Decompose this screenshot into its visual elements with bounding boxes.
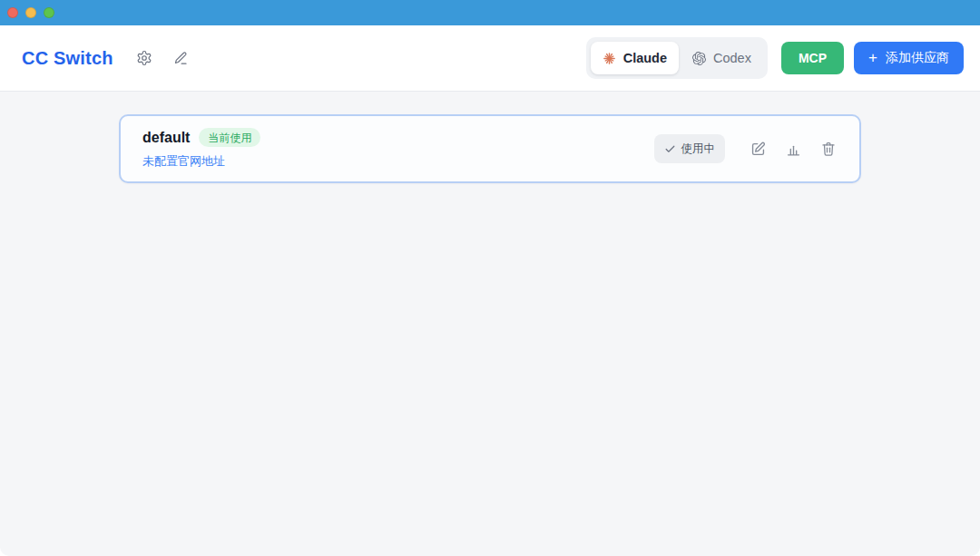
- pencil-square-icon: [750, 141, 767, 158]
- usage-stats-button[interactable]: [784, 140, 802, 158]
- titlebar[interactable]: [0, 0, 980, 25]
- app-title: CC Switch: [22, 48, 113, 69]
- header-left: CC Switch: [22, 45, 193, 71]
- settings-button[interactable]: [132, 45, 157, 71]
- bar-chart-icon: [785, 141, 802, 158]
- provider-card[interactable]: default 当前使用 未配置官网地址 使用中: [119, 114, 861, 183]
- minimize-button[interactable]: [25, 7, 36, 18]
- provider-actions: 使用中: [654, 134, 838, 163]
- mcp-button[interactable]: MCP: [781, 42, 844, 74]
- add-provider-label: 添加供应商: [886, 50, 949, 66]
- app-window: CC Switch: [0, 0, 980, 556]
- tab-claude[interactable]: Claude: [591, 42, 679, 74]
- app-switcher: Claude Codex: [586, 37, 768, 79]
- plus-icon: +: [868, 50, 877, 65]
- pen-icon: [172, 50, 189, 66]
- header: CC Switch: [0, 25, 980, 92]
- rename-button[interactable]: [168, 45, 193, 71]
- main-content: default 当前使用 未配置官网地址 使用中: [0, 92, 980, 556]
- trash-icon: [820, 141, 837, 157]
- edit-provider-button[interactable]: [749, 140, 767, 158]
- provider-name: default: [142, 130, 190, 146]
- website-link[interactable]: 未配置官网地址: [142, 153, 225, 170]
- header-right: Claude Codex MCP + 添加供应商: [586, 37, 964, 79]
- tab-codex-label: Codex: [713, 51, 751, 65]
- tab-codex[interactable]: Codex: [681, 42, 763, 74]
- current-use-badge: 当前使用: [199, 128, 260, 147]
- claude-icon: [603, 52, 616, 65]
- close-button[interactable]: [7, 7, 18, 18]
- in-use-button[interactable]: 使用中: [654, 134, 726, 163]
- tab-claude-label: Claude: [623, 51, 667, 65]
- openai-icon: [692, 52, 706, 65]
- zoom-button[interactable]: [44, 7, 54, 18]
- in-use-label: 使用中: [681, 141, 716, 157]
- gear-icon: [136, 50, 152, 66]
- delete-provider-button[interactable]: [819, 140, 838, 158]
- add-provider-button[interactable]: + 添加供应商: [854, 42, 964, 74]
- check-icon: [664, 143, 676, 155]
- provider-info: default 当前使用 未配置官网地址: [142, 128, 260, 170]
